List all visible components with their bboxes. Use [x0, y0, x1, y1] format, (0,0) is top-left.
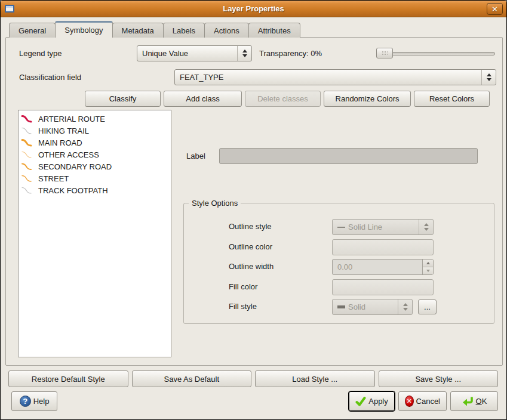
- fill-style-more-button[interactable]: ...: [418, 299, 437, 314]
- spin-down-icon: [423, 267, 433, 274]
- outline-style-label: Outline style: [229, 219, 272, 234]
- tab-labels[interactable]: Labels: [163, 23, 205, 38]
- close-button[interactable]: ✕: [487, 3, 503, 15]
- outline-color-button: [332, 239, 434, 255]
- list-item[interactable]: HIKING TRAIL: [19, 125, 171, 137]
- delete-classes-button: Delete classes: [245, 91, 321, 107]
- tab-metadata[interactable]: Metadata: [112, 23, 164, 38]
- list-item[interactable]: TRACK FOOTPATH: [19, 184, 171, 196]
- class-label: SECONDARY ROAD: [38, 162, 112, 171]
- style-options-title: Style Options: [189, 197, 241, 209]
- list-item[interactable]: ARTERIAL ROUTE: [19, 113, 171, 125]
- class-label: STREET: [38, 174, 69, 183]
- titlebar[interactable]: Layer Properties ✕: [1, 1, 506, 17]
- layer-properties-dialog: Layer Properties ✕ General Symbology Met…: [0, 0, 507, 420]
- tab-bar: General Symbology Metadata Labels Action…: [9, 21, 300, 38]
- save-as-default-button[interactable]: Save As Default: [132, 370, 252, 387]
- outline-style-value: Solid Line: [348, 223, 419, 231]
- slider-track[interactable]: [376, 52, 495, 55]
- tab-attributes[interactable]: Attributes: [248, 23, 300, 38]
- outline-width-value: 0.00: [333, 262, 422, 271]
- class-list: ARTERIAL ROUTE HIKING TRAIL MAIN ROAD OT…: [18, 110, 171, 357]
- outline-width-spinner: 0.00: [332, 259, 434, 275]
- add-class-button[interactable]: Add class: [164, 91, 242, 107]
- help-button-label: Help: [33, 397, 50, 406]
- tab-general[interactable]: General: [9, 23, 56, 38]
- line-symbol-icon: [21, 138, 35, 147]
- solid-line-preview-icon: [337, 227, 345, 228]
- list-item[interactable]: OTHER ACCESS: [19, 149, 171, 160]
- classification-field-combo[interactable]: FEAT_TYPE: [174, 69, 496, 85]
- list-item[interactable]: SECONDARY ROAD: [19, 160, 171, 172]
- class-label: OTHER ACCESS: [38, 150, 99, 159]
- symbology-panel: Legend type Unique Value Transparency: 0…: [5, 37, 503, 366]
- cancel-button-label: Cancel: [416, 397, 440, 406]
- class-label: TRACK FOOTPATH: [38, 186, 108, 195]
- fill-style-value: Solid: [348, 302, 398, 311]
- combo-arrows-icon: [419, 220, 433, 234]
- legend-type-value: Unique Value: [142, 49, 237, 58]
- window-title: Layer Properties: [1, 4, 506, 13]
- outline-color-label: Outline color: [229, 239, 272, 255]
- list-item[interactable]: STREET: [19, 172, 171, 184]
- slider-grip-icon: [382, 51, 388, 55]
- style-file-buttons: Restore Default Style Save As Default Lo…: [8, 370, 498, 387]
- style-options-group: Style Options Outline style Solid Line O…: [183, 203, 494, 324]
- transparency-slider[interactable]: [376, 48, 495, 58]
- fill-style-label: Fill style: [229, 299, 257, 314]
- combo-arrows-icon: [398, 299, 412, 314]
- apply-button[interactable]: Apply: [349, 391, 395, 411]
- spinner-buttons: [422, 260, 433, 274]
- ok-return-arrow-icon: [462, 396, 474, 406]
- combo-arrows-icon: [481, 70, 496, 85]
- randomize-colors-button[interactable]: Randomize Colors: [324, 91, 411, 107]
- list-item[interactable]: MAIN ROAD: [19, 137, 171, 149]
- line-symbol-icon: [21, 114, 35, 123]
- tab-symbology[interactable]: Symbology: [55, 21, 112, 38]
- solid-fill-preview-icon: [337, 305, 345, 308]
- reset-colors-button[interactable]: Reset Colors: [414, 91, 490, 107]
- classify-button[interactable]: Classify: [85, 91, 161, 107]
- line-symbol-icon: [21, 150, 35, 159]
- line-symbol-icon: [21, 126, 35, 135]
- slider-handle[interactable]: [376, 48, 393, 58]
- window-icon: [5, 5, 14, 13]
- save-style-button[interactable]: Save Style ...: [379, 370, 499, 387]
- apply-check-icon: [355, 397, 366, 406]
- ok-button[interactable]: OK: [450, 391, 498, 411]
- legend-type-label: Legend type: [19, 48, 62, 60]
- classification-field-value: FEAT_TYPE: [180, 73, 481, 82]
- fill-color-button: [332, 279, 434, 295]
- outline-width-label: Outline width: [229, 259, 274, 274]
- class-label: MAIN ROAD: [38, 138, 82, 147]
- transparency-label: Transparency: 0%: [259, 48, 322, 60]
- help-button[interactable]: ? Help: [11, 391, 57, 411]
- fill-color-label: Fill color: [229, 279, 257, 295]
- load-style-button[interactable]: Load Style ...: [255, 370, 375, 387]
- close-icon: ✕: [491, 5, 498, 13]
- combo-arrows-icon: [237, 46, 251, 61]
- tab-actions[interactable]: Actions: [204, 23, 249, 38]
- legend-type-combo[interactable]: Unique Value: [137, 45, 252, 61]
- restore-default-style-button[interactable]: Restore Default Style: [8, 370, 128, 387]
- spin-up-icon: [423, 260, 433, 267]
- line-symbol-icon: [21, 162, 35, 171]
- class-label: HIKING TRAIL: [38, 126, 89, 135]
- ok-button-label: OK: [476, 397, 487, 406]
- help-icon: ?: [20, 396, 31, 407]
- label-field-label: Label: [186, 150, 205, 162]
- line-symbol-icon: [21, 174, 35, 183]
- class-label: ARTERIAL ROUTE: [38, 115, 105, 123]
- label-input: [219, 148, 478, 164]
- cancel-button[interactable]: ✕ Cancel: [398, 391, 447, 411]
- apply-button-label: Apply: [368, 397, 388, 406]
- outline-style-combo: Solid Line: [332, 219, 434, 235]
- fill-style-combo: Solid: [332, 299, 413, 315]
- line-symbol-icon: [21, 186, 35, 195]
- classification-field-label: Classification field: [19, 72, 81, 84]
- cancel-cross-icon: ✕: [405, 396, 414, 407]
